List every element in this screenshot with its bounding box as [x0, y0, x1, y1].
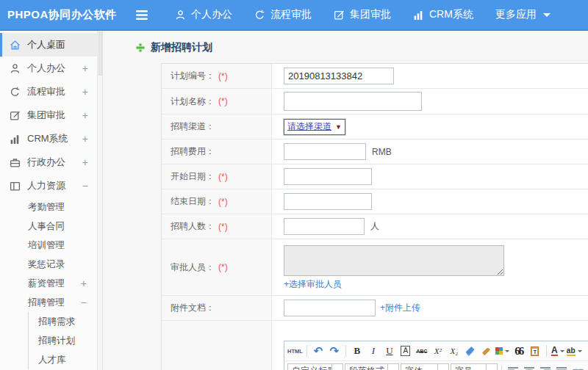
required-mark: (*)	[218, 222, 228, 232]
nav-item-label: 集团审批	[350, 8, 391, 21]
align-left-icon[interactable]	[506, 364, 520, 370]
end-date-input[interactable]	[284, 193, 372, 210]
nav-item-label: 更多应用	[495, 8, 537, 21]
form-row: 招聘渠道： 请选择渠道 ▼	[162, 115, 588, 139]
chart-icon	[10, 134, 21, 145]
nav-item-workflow-approval[interactable]: 流程审批	[254, 8, 312, 21]
headcount-input[interactable]	[284, 218, 365, 235]
sidebar-sub-rewards[interactable]: 奖惩记录	[0, 255, 97, 274]
rich-text-editor: HTML ↶ ↷ B I U A ABC X² X₂	[284, 341, 588, 370]
sidebar-item-hr[interactable]: 人力资源 −	[0, 174, 97, 197]
sidebar-sub-talent-pool[interactable]: 人才库	[29, 350, 97, 369]
sidebar-item-label: 流程审批	[27, 85, 65, 98]
subscript-button[interactable]: X₂	[447, 344, 462, 358]
remove-format-icon[interactable]	[463, 344, 478, 358]
expand-plus-icon[interactable]: +	[82, 109, 88, 121]
expand-plus-icon[interactable]: +	[81, 278, 87, 289]
sidebar-sub-hr-contract[interactable]: 人事合同	[0, 217, 97, 236]
plan-name-input[interactable]	[284, 92, 422, 111]
sidebar-item-crm[interactable]: CRM系统 +	[0, 127, 97, 150]
undo-icon[interactable]: ↶	[311, 344, 326, 358]
paste-icon[interactable]: T	[528, 344, 542, 358]
nav-item-group-approval[interactable]: 集团审批	[334, 8, 391, 21]
home-icon	[10, 40, 21, 51]
caret-down-icon	[505, 350, 509, 352]
sidebar-sub-recruit-demand[interactable]: 招聘需求	[29, 312, 97, 331]
cost-input[interactable]	[284, 143, 366, 160]
sidebar-item-workflow-approval[interactable]: 流程审批 +	[0, 80, 97, 104]
expand-plus-icon[interactable]: +	[82, 62, 88, 74]
sidebar-sub-label: 奖惩记录	[28, 258, 65, 271]
editor-toolbar-row2: 自定义标题 段落格式 字体	[284, 361, 588, 370]
attachment-input[interactable]	[284, 300, 376, 316]
bold-button[interactable]: B	[350, 344, 365, 358]
hamburger-menu-icon[interactable]	[136, 10, 148, 20]
form-row: 招聘人数： (*) 人	[162, 214, 588, 239]
highlight-color-button[interactable]: ab	[567, 344, 582, 358]
collapse-minus-icon[interactable]: −	[81, 297, 87, 308]
sidebar-item-desktop[interactable]: 个人桌面	[0, 33, 97, 57]
nav-item-personal-office[interactable]: 个人办公	[175, 8, 232, 21]
sidebar-sub-label: 招聘需求	[38, 316, 75, 328]
align-justify-icon[interactable]	[554, 364, 569, 370]
sidebar-sub-training[interactable]: 培训管理	[0, 236, 97, 255]
redo-icon[interactable]: ↷	[327, 344, 342, 358]
html-source-button[interactable]: HTML	[287, 344, 303, 358]
heading-select[interactable]: 自定义标题	[287, 363, 343, 370]
content-label	[162, 321, 272, 370]
expand-plus-icon[interactable]: +	[82, 156, 88, 168]
sidebar-sub-label: 考勤管理	[28, 201, 65, 214]
required-mark: (*)	[218, 172, 228, 182]
autotypeset-button[interactable]: A	[401, 346, 410, 356]
plan-number-input[interactable]	[284, 68, 394, 84]
select-approvers-link[interactable]: +选择审批人员	[284, 278, 342, 291]
sidebar-item-personal-office[interactable]: 个人办公 +	[0, 57, 97, 80]
nav-item-label: 流程审批	[270, 8, 312, 21]
collapse-minus-icon[interactable]: −	[82, 180, 88, 192]
palette-icon[interactable]	[495, 344, 510, 358]
recruitment-plan-form: 计划编号： (*) 计划名称： (*) 招聘渠道：	[161, 63, 588, 370]
upload-attachment-link[interactable]: +附件上传	[380, 302, 420, 314]
blockquote-button[interactable]: 66	[512, 344, 526, 358]
select-caret-icon: ▼	[335, 123, 342, 131]
link-icon[interactable]	[570, 364, 585, 370]
sidebar-scrollbar[interactable]	[98, 31, 103, 370]
required-mark: (*)	[218, 96, 228, 106]
sidebar-sub-recruit-mgmt[interactable]: 招聘管理 −	[0, 293, 97, 312]
align-right-icon[interactable]	[538, 364, 553, 370]
edit-icon	[334, 10, 345, 21]
sidebar-sub-attendance[interactable]: 考勤管理	[0, 197, 97, 217]
plan-number-label: 计划编号： (*)	[162, 64, 272, 88]
nav-item-label: CRM系统	[429, 8, 473, 21]
superscript-button[interactable]: X²	[431, 344, 445, 358]
approvers-textarea[interactable]	[284, 245, 504, 276]
underline-button[interactable]: U	[382, 344, 397, 358]
format-brush-icon[interactable]	[479, 344, 494, 358]
font-size-select[interactable]: 字号	[451, 363, 498, 370]
sidebar-item-group-approval[interactable]: 集团审批 +	[0, 104, 97, 127]
paragraph-select[interactable]: 段落格式	[345, 363, 399, 370]
sidebar-sub-salary[interactable]: 薪资管理 +	[0, 274, 97, 293]
align-center-icon[interactable]	[522, 364, 537, 370]
nav-item-label: 个人办公	[191, 8, 232, 21]
person-suffix: 人	[370, 220, 379, 233]
start-date-input[interactable]	[284, 168, 372, 185]
sidebar-sub-recruit-plan[interactable]: 招聘计划	[29, 331, 97, 350]
font-color-button[interactable]: A	[551, 344, 565, 358]
nav-item-crm[interactable]: CRM系统	[413, 8, 473, 21]
channel-select[interactable]: 请选择渠道 ▼	[284, 119, 345, 135]
nav-item-more-apps[interactable]: 更多应用	[495, 8, 551, 21]
attachment-label: 附件文档：	[162, 296, 272, 320]
expand-plus-icon[interactable]: +	[82, 133, 88, 145]
font-family-select[interactable]: 字体	[401, 363, 449, 370]
italic-button[interactable]: I	[366, 344, 381, 358]
book-icon	[10, 181, 21, 192]
start-date-label: 开始日期： (*)	[162, 164, 272, 189]
sidebar-item-admin-office[interactable]: 行政办公 +	[0, 150, 97, 174]
expand-plus-icon[interactable]: +	[82, 86, 88, 98]
briefcase-icon	[10, 157, 21, 168]
strikethrough-button[interactable]: ABC	[415, 344, 429, 358]
top-navbar: PHPOA协同办公软件 个人办公 流程审批 集团审批 CRM系统 更多应用	[0, 0, 588, 31]
required-mark: (*)	[218, 71, 228, 81]
cost-label: 招聘费用：	[162, 139, 272, 164]
